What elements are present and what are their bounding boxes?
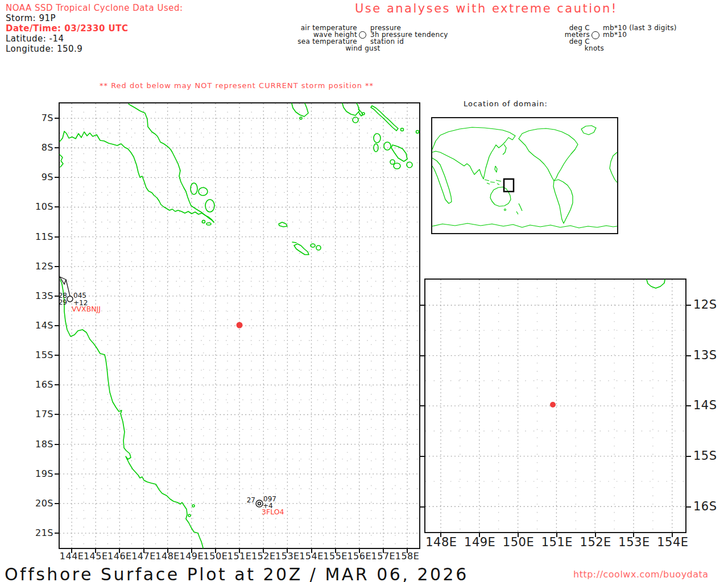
zoom-map-canvas	[425, 280, 685, 532]
islet	[416, 131, 419, 134]
islet	[316, 246, 321, 250]
coastline-philippines	[495, 166, 497, 172]
storm-datetime: Date/Time: 03/2330 UTC	[6, 23, 129, 34]
main-map-lat-label: 20S	[19, 498, 53, 509]
axis-tick	[419, 305, 425, 306]
axis-tick	[419, 506, 425, 508]
main-map-lat-label: 10S	[19, 201, 53, 212]
plot-title: Offshore Surface Plot at 20Z / MAR 06, 2…	[5, 564, 469, 582]
station-circle-icon	[359, 31, 366, 39]
main-map-lat-label: 14S	[19, 320, 53, 331]
island-solomon	[407, 162, 412, 168]
domain-location-box	[504, 179, 514, 192]
world-map-canvas	[432, 118, 617, 233]
axis-tick	[55, 177, 60, 178]
island-solomon	[374, 134, 380, 143]
coastline-north-america	[519, 128, 578, 181]
main-map-lat-label: 21S	[19, 527, 53, 538]
coastline-indonesia	[485, 180, 489, 181]
station-sea-temp: 29	[59, 298, 67, 306]
coastline-africa-east	[610, 152, 617, 182]
zoom-map	[424, 278, 686, 533]
main-map-lat-label: 19S	[19, 468, 53, 479]
island-palm	[192, 505, 195, 507]
island-dentrecasteaux	[191, 183, 197, 194]
main-map-lon-label: 158E	[393, 551, 421, 562]
axis-tick	[55, 533, 60, 534]
axis-tick	[55, 355, 60, 356]
axis-tick	[55, 206, 60, 207]
zoom-map-lat-label: 14S	[693, 398, 717, 412]
coastline-greenland	[581, 126, 596, 135]
noaa-data-line: NOAA SSD Tropical Cyclone Data Used:	[6, 3, 183, 13]
island-solomon	[391, 145, 407, 161]
zoom-map-lon-label: 153E	[618, 535, 649, 549]
island-solomon	[384, 142, 391, 150]
coastline-new-zealand	[519, 203, 522, 211]
axis-tick	[419, 355, 425, 356]
coastline-indonesia	[497, 184, 499, 185]
axis-tick	[419, 405, 425, 406]
main-map-canvas: 28 29 045 +12 VVXBNJJ 27 097 +4 3FLO4	[60, 103, 419, 548]
axis-tick	[685, 305, 691, 306]
coastline-new-guinea	[496, 180, 501, 181]
main-map-lat-label: 17S	[19, 409, 53, 419]
axis-tick	[55, 266, 60, 267]
coastline-fly-delta	[60, 155, 63, 167]
coastline-antarctica	[432, 223, 617, 228]
coastline-png-south	[60, 131, 214, 222]
island-tagula	[294, 244, 309, 255]
storm-position-dot	[237, 322, 243, 329]
buoy-plot-page: NOAA SSD Tropical Cyclone Data Used: Sto…	[0, 0, 728, 582]
zoom-map-lat-label: 12S	[693, 298, 717, 311]
zoom-map-lon-label: 154E	[657, 535, 688, 549]
island-new-britain	[292, 103, 308, 117]
axis-tick	[55, 414, 60, 415]
main-map-lat-label: 16S	[19, 379, 53, 390]
axis-tick	[55, 118, 60, 119]
storm-id: Storm: 91P	[6, 13, 56, 23]
station-id-label: 3FLO4	[262, 508, 284, 516]
coastline-eurasia	[432, 127, 515, 179]
axis-tick	[55, 325, 60, 326]
storm-latitude: Latitude: -14	[6, 34, 64, 44]
station-circle-icon	[592, 31, 599, 39]
station-pressure: 045	[73, 292, 86, 300]
main-map-lat-label: 13S	[19, 290, 53, 301]
zoom-map-lon-label: 149E	[464, 535, 495, 549]
island-solomon	[394, 163, 400, 169]
islet	[202, 221, 205, 223]
coastline-png-north	[129, 104, 214, 222]
buoydata-link[interactable]: http://coolwx.com/buoydata	[573, 569, 709, 580]
axis-tick	[685, 506, 691, 508]
axis-tick	[685, 355, 691, 356]
inset-title: Location of domain:	[464, 99, 548, 108]
axis-tick	[55, 503, 60, 504]
axis-tick	[685, 405, 691, 406]
axis-tick	[55, 236, 60, 238]
storm-position-dot	[550, 402, 556, 408]
axis-tick	[55, 473, 60, 475]
coastline-japan	[503, 144, 506, 155]
island-palm	[188, 514, 191, 517]
storm-longitude: Longitude: 150.9	[6, 44, 82, 54]
station-air-temp: 27	[247, 496, 255, 504]
zoom-map-lon-label: 152E	[580, 535, 611, 549]
island-solomon	[374, 144, 378, 152]
islet	[401, 128, 404, 131]
station-obs-3flo4: 27 097 +4 3FLO4	[247, 495, 284, 516]
main-map-lat-label: 12S	[19, 261, 53, 272]
coastline-new-zealand	[516, 211, 518, 214]
coastline-africa-west	[432, 158, 452, 203]
main-map-lat-label: 15S	[19, 350, 53, 360]
zoom-map-lon-label: 151E	[541, 535, 572, 549]
legend-unit-mb10: mb*10	[603, 31, 627, 39]
island-louisiade	[279, 222, 287, 227]
zoom-map-lon-label: 148E	[425, 535, 456, 549]
coastline-australia	[490, 187, 511, 206]
zoom-map-lon-label: 150E	[503, 535, 533, 549]
coastline-tasmania	[504, 209, 506, 211]
world-inset-map	[431, 117, 618, 234]
island-new-britain-east	[342, 103, 359, 115]
station-circle-icon	[67, 296, 73, 302]
